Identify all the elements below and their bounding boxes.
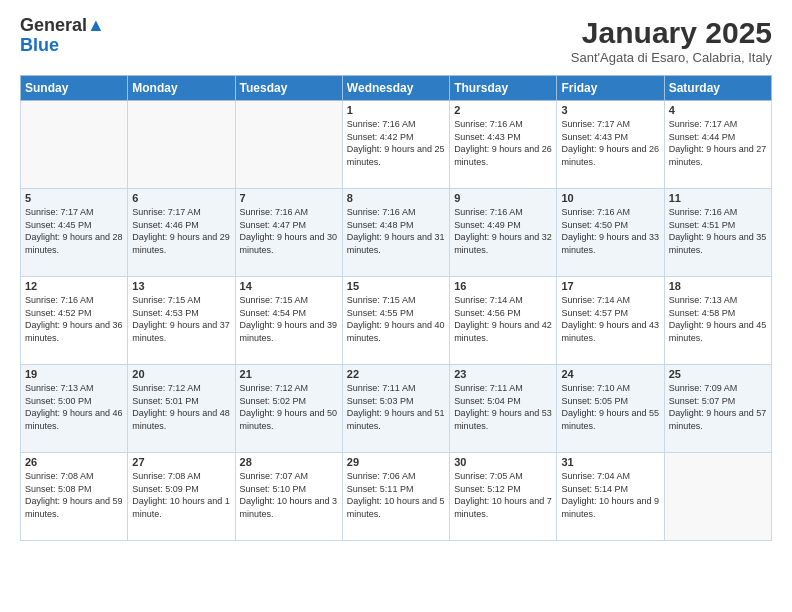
col-thursday: Thursday (450, 76, 557, 101)
day-info: Sunrise: 7:10 AMSunset: 5:05 PMDaylight:… (561, 382, 659, 432)
calendar-cell-w1-d3: 8Sunrise: 7:16 AMSunset: 4:48 PMDaylight… (342, 189, 449, 277)
calendar-cell-w4-d1: 27Sunrise: 7:08 AMSunset: 5:09 PMDayligh… (128, 453, 235, 541)
day-number: 1 (347, 104, 445, 116)
day-number: 3 (561, 104, 659, 116)
calendar-cell-w0-d5: 3Sunrise: 7:17 AMSunset: 4:43 PMDaylight… (557, 101, 664, 189)
day-info: Sunrise: 7:17 AMSunset: 4:43 PMDaylight:… (561, 118, 659, 168)
day-number: 6 (132, 192, 230, 204)
day-info: Sunrise: 7:05 AMSunset: 5:12 PMDaylight:… (454, 470, 552, 520)
day-info: Sunrise: 7:12 AMSunset: 5:02 PMDaylight:… (240, 382, 338, 432)
day-number: 27 (132, 456, 230, 468)
day-info: Sunrise: 7:15 AMSunset: 4:53 PMDaylight:… (132, 294, 230, 344)
day-info: Sunrise: 7:17 AMSunset: 4:44 PMDaylight:… (669, 118, 767, 168)
day-info: Sunrise: 7:07 AMSunset: 5:10 PMDaylight:… (240, 470, 338, 520)
calendar-week-2: 12Sunrise: 7:16 AMSunset: 4:52 PMDayligh… (21, 277, 772, 365)
day-number: 22 (347, 368, 445, 380)
day-number: 31 (561, 456, 659, 468)
calendar-cell-w1-d6: 11Sunrise: 7:16 AMSunset: 4:51 PMDayligh… (664, 189, 771, 277)
day-number: 14 (240, 280, 338, 292)
calendar-cell-w3-d4: 23Sunrise: 7:11 AMSunset: 5:04 PMDayligh… (450, 365, 557, 453)
subtitle: Sant'Agata di Esaro, Calabria, Italy (571, 50, 772, 65)
logo-blue-text: ▲ (87, 15, 105, 35)
calendar-cell-w0-d1 (128, 101, 235, 189)
calendar-cell-w2-d4: 16Sunrise: 7:14 AMSunset: 4:56 PMDayligh… (450, 277, 557, 365)
day-info: Sunrise: 7:15 AMSunset: 4:55 PMDaylight:… (347, 294, 445, 344)
day-number: 15 (347, 280, 445, 292)
day-info: Sunrise: 7:16 AMSunset: 4:49 PMDaylight:… (454, 206, 552, 256)
header-row: Sunday Monday Tuesday Wednesday Thursday… (21, 76, 772, 101)
day-info: Sunrise: 7:13 AMSunset: 5:00 PMDaylight:… (25, 382, 123, 432)
day-number: 5 (25, 192, 123, 204)
day-info: Sunrise: 7:17 AMSunset: 4:45 PMDaylight:… (25, 206, 123, 256)
col-monday: Monday (128, 76, 235, 101)
calendar-cell-w1-d4: 9Sunrise: 7:16 AMSunset: 4:49 PMDaylight… (450, 189, 557, 277)
day-number: 12 (25, 280, 123, 292)
calendar-cell-w3-d5: 24Sunrise: 7:10 AMSunset: 5:05 PMDayligh… (557, 365, 664, 453)
month-title: January 2025 (571, 16, 772, 50)
day-info: Sunrise: 7:08 AMSunset: 5:09 PMDaylight:… (132, 470, 230, 520)
day-number: 18 (669, 280, 767, 292)
calendar-cell-w4-d3: 29Sunrise: 7:06 AMSunset: 5:11 PMDayligh… (342, 453, 449, 541)
day-info: Sunrise: 7:14 AMSunset: 4:56 PMDaylight:… (454, 294, 552, 344)
calendar-week-0: 1Sunrise: 7:16 AMSunset: 4:42 PMDaylight… (21, 101, 772, 189)
col-wednesday: Wednesday (342, 76, 449, 101)
calendar-cell-w1-d5: 10Sunrise: 7:16 AMSunset: 4:50 PMDayligh… (557, 189, 664, 277)
calendar-cell-w3-d3: 22Sunrise: 7:11 AMSunset: 5:03 PMDayligh… (342, 365, 449, 453)
day-info: Sunrise: 7:08 AMSunset: 5:08 PMDaylight:… (25, 470, 123, 520)
day-number: 11 (669, 192, 767, 204)
day-number: 9 (454, 192, 552, 204)
calendar-cell-w3-d0: 19Sunrise: 7:13 AMSunset: 5:00 PMDayligh… (21, 365, 128, 453)
title-block: January 2025 Sant'Agata di Esaro, Calabr… (571, 16, 772, 65)
calendar-cell-w2-d0: 12Sunrise: 7:16 AMSunset: 4:52 PMDayligh… (21, 277, 128, 365)
calendar-week-1: 5Sunrise: 7:17 AMSunset: 4:45 PMDaylight… (21, 189, 772, 277)
day-info: Sunrise: 7:06 AMSunset: 5:11 PMDaylight:… (347, 470, 445, 520)
col-friday: Friday (557, 76, 664, 101)
day-number: 10 (561, 192, 659, 204)
day-info: Sunrise: 7:12 AMSunset: 5:01 PMDaylight:… (132, 382, 230, 432)
calendar-cell-w0-d4: 2Sunrise: 7:16 AMSunset: 4:43 PMDaylight… (450, 101, 557, 189)
day-info: Sunrise: 7:17 AMSunset: 4:46 PMDaylight:… (132, 206, 230, 256)
day-info: Sunrise: 7:16 AMSunset: 4:48 PMDaylight:… (347, 206, 445, 256)
day-number: 19 (25, 368, 123, 380)
day-info: Sunrise: 7:16 AMSunset: 4:51 PMDaylight:… (669, 206, 767, 256)
calendar-cell-w4-d4: 30Sunrise: 7:05 AMSunset: 5:12 PMDayligh… (450, 453, 557, 541)
calendar-cell-w3-d6: 25Sunrise: 7:09 AMSunset: 5:07 PMDayligh… (664, 365, 771, 453)
day-number: 23 (454, 368, 552, 380)
calendar-cell-w0-d2 (235, 101, 342, 189)
calendar-table: Sunday Monday Tuesday Wednesday Thursday… (20, 75, 772, 541)
calendar-cell-w4-d0: 26Sunrise: 7:08 AMSunset: 5:08 PMDayligh… (21, 453, 128, 541)
col-saturday: Saturday (664, 76, 771, 101)
day-number: 7 (240, 192, 338, 204)
page: General▲ Blue January 2025 Sant'Agata di… (0, 0, 792, 557)
calendar-cell-w4-d5: 31Sunrise: 7:04 AMSunset: 5:14 PMDayligh… (557, 453, 664, 541)
header: General▲ Blue January 2025 Sant'Agata di… (20, 16, 772, 65)
day-info: Sunrise: 7:04 AMSunset: 5:14 PMDaylight:… (561, 470, 659, 520)
logo-blue-word: Blue (20, 36, 59, 56)
calendar-cell-w1-d0: 5Sunrise: 7:17 AMSunset: 4:45 PMDaylight… (21, 189, 128, 277)
calendar-cell-w2-d2: 14Sunrise: 7:15 AMSunset: 4:54 PMDayligh… (235, 277, 342, 365)
day-number: 29 (347, 456, 445, 468)
day-number: 2 (454, 104, 552, 116)
calendar-week-4: 26Sunrise: 7:08 AMSunset: 5:08 PMDayligh… (21, 453, 772, 541)
day-info: Sunrise: 7:14 AMSunset: 4:57 PMDaylight:… (561, 294, 659, 344)
day-number: 28 (240, 456, 338, 468)
calendar-cell-w0-d3: 1Sunrise: 7:16 AMSunset: 4:42 PMDaylight… (342, 101, 449, 189)
day-info: Sunrise: 7:09 AMSunset: 5:07 PMDaylight:… (669, 382, 767, 432)
calendar-week-3: 19Sunrise: 7:13 AMSunset: 5:00 PMDayligh… (21, 365, 772, 453)
calendar-cell-w1-d2: 7Sunrise: 7:16 AMSunset: 4:47 PMDaylight… (235, 189, 342, 277)
calendar-cell-w0-d0 (21, 101, 128, 189)
day-number: 21 (240, 368, 338, 380)
col-sunday: Sunday (21, 76, 128, 101)
day-info: Sunrise: 7:13 AMSunset: 4:58 PMDaylight:… (669, 294, 767, 344)
day-info: Sunrise: 7:11 AMSunset: 5:04 PMDaylight:… (454, 382, 552, 432)
calendar-cell-w2-d3: 15Sunrise: 7:15 AMSunset: 4:55 PMDayligh… (342, 277, 449, 365)
calendar-cell-w2-d6: 18Sunrise: 7:13 AMSunset: 4:58 PMDayligh… (664, 277, 771, 365)
day-info: Sunrise: 7:16 AMSunset: 4:43 PMDaylight:… (454, 118, 552, 168)
col-tuesday: Tuesday (235, 76, 342, 101)
calendar-cell-w0-d6: 4Sunrise: 7:17 AMSunset: 4:44 PMDaylight… (664, 101, 771, 189)
calendar-cell-w2-d1: 13Sunrise: 7:15 AMSunset: 4:53 PMDayligh… (128, 277, 235, 365)
day-number: 4 (669, 104, 767, 116)
calendar-cell-w1-d1: 6Sunrise: 7:17 AMSunset: 4:46 PMDaylight… (128, 189, 235, 277)
calendar-cell-w4-d6 (664, 453, 771, 541)
day-number: 20 (132, 368, 230, 380)
